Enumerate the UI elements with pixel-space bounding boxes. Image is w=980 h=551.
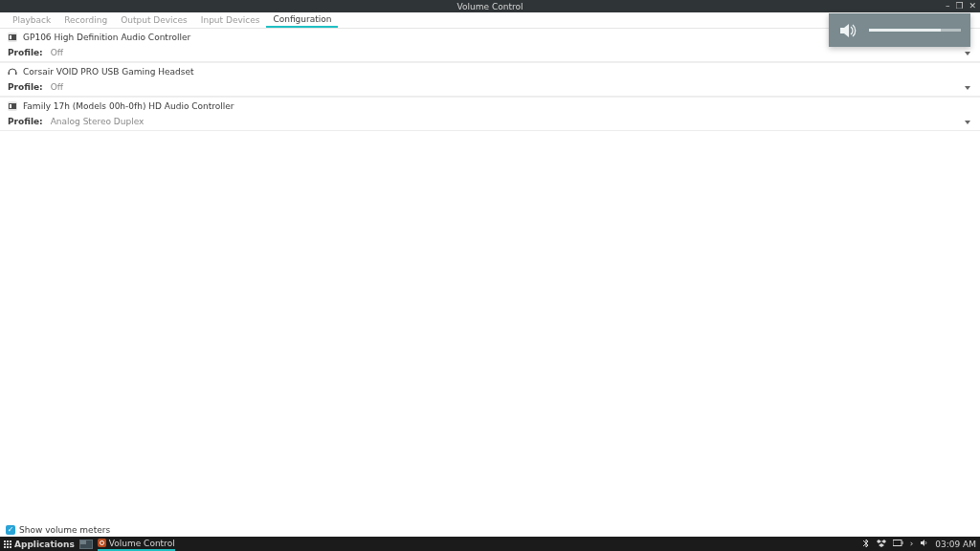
profile-value: Analog Stereo Duplex — [51, 117, 972, 126]
device-name: Family 17h (Models 00h-0fh) HD Audio Con… — [23, 101, 234, 111]
maximize-button[interactable]: ❐ — [955, 2, 963, 11]
tab-label: Recording — [64, 15, 107, 25]
chevron-down-icon — [965, 52, 970, 55]
checkbox-icon[interactable]: ✓ — [6, 525, 15, 535]
system-tray: › 03:09 AM — [862, 539, 976, 550]
taskbar-left: Applications Volume Control — [4, 537, 175, 551]
tab-output-devices[interactable]: Output Devices — [114, 12, 194, 28]
svg-rect-2 — [9, 73, 11, 76]
profile-value: Off — [51, 48, 972, 57]
clock[interactable]: 03:09 AM — [935, 540, 976, 549]
bluetooth-icon[interactable] — [862, 539, 870, 550]
device-header: Corsair VOID PRO USB Gaming Headset — [0, 62, 980, 79]
svg-rect-3 — [15, 73, 17, 76]
svg-rect-1 — [10, 35, 11, 39]
chevron-down-icon — [965, 121, 970, 124]
applications-menu-button[interactable]: Applications — [4, 540, 75, 549]
dropbox-icon[interactable] — [877, 539, 886, 549]
volume-slider[interactable] — [869, 29, 961, 32]
device-name: Corsair VOID PRO USB Gaming Headset — [23, 67, 194, 77]
volume-tray-icon[interactable] — [920, 539, 928, 549]
window-titlebar: Volume Control – ❐ ✕ — [0, 0, 980, 12]
battery-icon[interactable] — [893, 540, 903, 548]
profile-selector[interactable]: Profile: Off — [0, 79, 980, 97]
profile-selector[interactable]: Profile: Analog Stereo Duplex — [0, 114, 980, 131]
sound-card-icon — [8, 33, 17, 42]
tab-label: Input Devices — [201, 15, 260, 25]
taskbar-window-volume-control[interactable]: Volume Control — [98, 537, 175, 551]
chevron-down-icon — [965, 86, 970, 90]
tab-input-devices[interactable]: Input Devices — [194, 12, 267, 28]
taskbar-window-label: Volume Control — [109, 539, 175, 548]
show-volume-meters-row[interactable]: ✓ Show volume meters — [0, 523, 980, 537]
volume-fill — [869, 29, 941, 32]
profile-selector[interactable]: Profile: Off — [0, 45, 980, 62]
window-controls: – ❐ ✕ — [946, 2, 976, 11]
tab-label: Output Devices — [121, 15, 188, 25]
svg-rect-6 — [893, 540, 902, 546]
tab-recording[interactable]: Recording — [57, 12, 114, 28]
device-header: Family 17h (Models 00h-0fh) HD Audio Con… — [0, 97, 980, 114]
profile-label: Profile: — [8, 48, 43, 57]
profile-label: Profile: — [8, 117, 43, 126]
applications-label: Applications — [14, 540, 75, 549]
close-button[interactable]: ✕ — [969, 2, 976, 11]
minimize-button[interactable]: – — [946, 2, 950, 11]
svg-rect-7 — [902, 541, 902, 544]
profile-value: Off — [51, 82, 972, 92]
tab-label: Configuration — [273, 14, 331, 24]
svg-rect-5 — [10, 104, 11, 108]
device-name: GP106 High Definition Audio Controller — [23, 33, 190, 42]
profile-label: Profile: — [8, 82, 43, 92]
sound-card-icon — [8, 101, 17, 111]
volume-control-icon — [98, 539, 106, 547]
taskbar: Applications Volume Control › 03:09 AM — [0, 537, 980, 551]
grid-icon — [4, 540, 11, 548]
tab-playback[interactable]: Playback — [6, 12, 57, 28]
show-volume-meters-label: Show volume meters — [19, 525, 110, 535]
workspace-icon — [79, 540, 93, 549]
tab-configuration[interactable]: Configuration — [266, 12, 338, 28]
speaker-icon — [838, 20, 859, 41]
headset-icon — [8, 67, 17, 77]
caret-right-icon[interactable]: › — [910, 540, 914, 548]
window-title: Volume Control — [457, 2, 523, 11]
workspace-switcher[interactable] — [79, 540, 93, 549]
volume-osd — [829, 13, 970, 47]
tab-label: Playback — [12, 15, 51, 25]
